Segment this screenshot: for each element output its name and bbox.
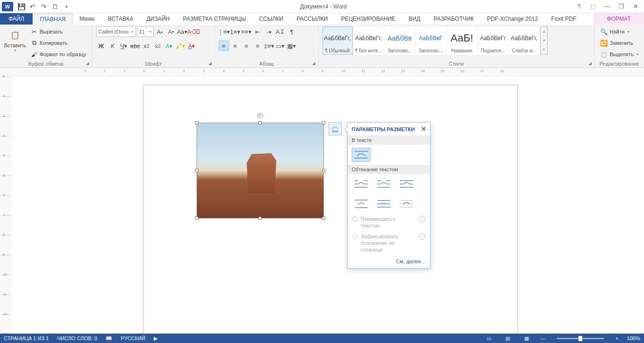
- shading-icon[interactable]: ▭▾: [275, 41, 286, 51]
- undo-icon[interactable]: ↶: [28, 2, 37, 11]
- italic-icon[interactable]: К: [107, 41, 118, 51]
- view-read-icon[interactable]: ▭: [484, 335, 494, 342]
- wrap-front[interactable]: [397, 197, 416, 211]
- select-button[interactable]: ⬚Выделить▾: [598, 49, 640, 59]
- cut-button[interactable]: ✂Вырезать: [28, 26, 88, 37]
- align-left-icon[interactable]: ≡: [219, 41, 229, 51]
- style-nospacing[interactable]: АаБбВвГг,¶ Без инте...: [354, 26, 384, 55]
- change-case-icon[interactable]: Aa▾: [177, 26, 188, 37]
- save-icon[interactable]: 💾: [17, 2, 25, 11]
- tab-review[interactable]: РЕЦЕНЗИРОВАНИЕ: [334, 13, 402, 25]
- grow-font-icon[interactable]: A▴: [155, 26, 165, 37]
- styles-scroll[interactable]: ▴▾≡: [540, 26, 548, 55]
- wrap-topbottom[interactable]: [352, 197, 371, 211]
- line-spacing-icon[interactable]: ‡≡▾: [264, 41, 274, 51]
- ribbon-options-icon[interactable]: ⬚: [588, 2, 598, 11]
- inserted-image[interactable]: ⟳: [197, 123, 324, 218]
- resize-handle[interactable]: [258, 217, 262, 220]
- bullets-icon[interactable]: ⋮≡▾: [219, 26, 229, 37]
- borders-icon[interactable]: ▦▾: [287, 41, 297, 51]
- resize-handle[interactable]: [258, 121, 262, 125]
- copy-button[interactable]: ⧉Копировать: [28, 38, 88, 48]
- status-proofing-icon[interactable]: 📖: [106, 335, 112, 342]
- resize-handle[interactable]: [322, 169, 325, 172]
- document-area[interactable]: ⟳ ПАРАМЕТРЫ РАЗМЕТКИ✕ В тексте: [11, 76, 644, 334]
- tab-insert[interactable]: ВСТАВКА: [101, 13, 140, 25]
- status-page[interactable]: СТРАНИЦА 1 ИЗ 1: [4, 335, 49, 341]
- resize-handle[interactable]: [322, 217, 325, 220]
- info-icon[interactable]: i: [419, 216, 425, 222]
- pilcrow-icon[interactable]: ¶: [287, 26, 297, 37]
- resize-handle[interactable]: [322, 121, 325, 125]
- tab-file[interactable]: ФАЙЛ: [0, 13, 33, 25]
- text-effects-icon[interactable]: A▾: [164, 41, 174, 51]
- view-print-icon[interactable]: ▤: [503, 335, 513, 342]
- zoom-level[interactable]: 100%: [627, 335, 640, 341]
- sort-icon[interactable]: A↧: [275, 26, 286, 37]
- info-icon[interactable]: i: [419, 233, 425, 240]
- replace-button[interactable]: 🔁Заменить: [598, 38, 640, 48]
- style-heading2[interactable]: АаБбВвГЗаголово...: [416, 26, 446, 55]
- tab-mailings[interactable]: РАССЫЛКИ: [290, 13, 334, 25]
- layout-options-button[interactable]: [329, 122, 342, 135]
- status-language[interactable]: РУССКИЙ: [121, 335, 145, 341]
- tab-home[interactable]: ГЛАВНАЯ: [33, 13, 73, 25]
- paste-button[interactable]: 📋 Вставить ▾: [4, 26, 26, 53]
- highlight-icon[interactable]: 🖍▾: [175, 41, 186, 51]
- font-color-icon[interactable]: A▾: [187, 41, 197, 51]
- format-painter-button[interactable]: 🖌Формат по образцу: [28, 49, 88, 59]
- multilevel-icon[interactable]: ≡≡▾: [241, 26, 252, 37]
- tab-view[interactable]: ВИД: [402, 13, 427, 25]
- superscript-icon[interactable]: x2: [153, 41, 163, 51]
- bold-icon[interactable]: Ж: [96, 41, 107, 51]
- rotate-handle-icon[interactable]: ⟳: [257, 113, 263, 118]
- style-title[interactable]: АаБ!Название: [447, 26, 477, 55]
- wrap-tight[interactable]: [374, 177, 393, 191]
- strike-icon[interactable]: abc: [130, 41, 140, 51]
- tab-format[interactable]: ФОРМАТ: [594, 13, 644, 25]
- tab-layout[interactable]: РАЗМЕТКА СТРАНИЦЫ: [176, 13, 253, 25]
- subscript-icon[interactable]: x2: [141, 41, 152, 51]
- wrap-through[interactable]: [397, 177, 416, 191]
- outdent-icon[interactable]: ⇤: [253, 26, 263, 37]
- font-launcher-icon[interactable]: ◢: [207, 60, 214, 67]
- style-subtle[interactable]: АаБбВвГг,Слабое в...: [509, 26, 539, 55]
- tab-developer[interactable]: РАЗРАБОТЧИК: [427, 13, 481, 25]
- find-button[interactable]: 🔍Найти▾: [598, 26, 640, 37]
- align-right-icon[interactable]: ≡: [241, 41, 252, 51]
- styles-launcher-icon[interactable]: ◢: [586, 60, 593, 67]
- help-icon[interactable]: ?: [574, 2, 584, 11]
- style-heading1[interactable]: АаБбВвЗаголово...: [385, 26, 415, 55]
- view-web-icon[interactable]: ▦: [521, 335, 532, 342]
- tab-design[interactable]: ДИЗАЙН: [140, 13, 176, 25]
- clipboard-launcher-icon[interactable]: ◢: [84, 60, 91, 67]
- tab-pdfxchange[interactable]: PDF-XChange 2012: [480, 13, 545, 25]
- resize-handle[interactable]: [195, 217, 198, 220]
- zoom-in-icon[interactable]: +: [615, 335, 618, 341]
- style-normal[interactable]: АаБбВвГг,¶ Обычный: [322, 26, 353, 55]
- wrap-behind[interactable]: [374, 197, 393, 211]
- numbering-icon[interactable]: 1≡▾: [230, 26, 240, 37]
- clear-format-icon[interactable]: A⌫: [189, 26, 199, 37]
- justify-icon[interactable]: ≡: [253, 41, 263, 51]
- restore-icon[interactable]: ❐: [617, 2, 626, 11]
- redo-icon[interactable]: ↷: [40, 2, 48, 11]
- zoom-slider[interactable]: [557, 338, 604, 339]
- resize-handle[interactable]: [195, 169, 198, 172]
- status-macro-icon[interactable]: ▶: [154, 335, 157, 342]
- qat-more-icon[interactable]: ▾: [62, 2, 71, 11]
- style-subtitle[interactable]: АаБбВвГгПодзагол...: [478, 26, 508, 55]
- minimize-icon[interactable]: —: [603, 2, 612, 11]
- wrap-inline[interactable]: [352, 148, 371, 162]
- wrap-square[interactable]: [352, 177, 371, 191]
- paragraph-launcher-icon[interactable]: ◢: [311, 60, 317, 67]
- new-doc-icon[interactable]: 🗋: [51, 2, 59, 11]
- font-size-combo[interactable]: 11▾: [137, 26, 154, 37]
- tab-foxit[interactable]: Foxit PDF: [545, 13, 583, 25]
- underline-icon[interactable]: Ч▾: [119, 41, 129, 51]
- see-more-link[interactable]: См. далее...: [348, 255, 430, 268]
- align-center-icon[interactable]: ≡: [230, 41, 240, 51]
- indent-icon[interactable]: ⇥: [264, 26, 274, 37]
- resize-handle[interactable]: [195, 121, 198, 125]
- font-name-combo[interactable]: Calibri (Осно▾: [96, 26, 136, 37]
